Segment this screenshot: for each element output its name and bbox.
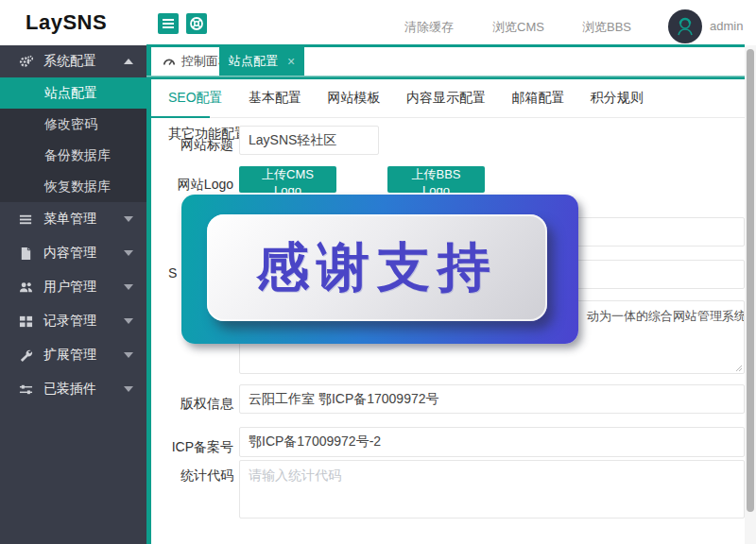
users-icon xyxy=(19,280,33,295)
sidebar-item-backup-db[interactable]: 备份数据库 xyxy=(0,140,146,171)
close-icon[interactable]: × xyxy=(287,54,295,69)
sidebar-item-label: 系统配置 xyxy=(43,53,96,70)
chevron-down-icon xyxy=(124,216,133,222)
config-subtabs: SEO配置 基本配置 网站模板 内容显示配置 邮箱配置 积分规则 其它功能配置 xyxy=(151,79,745,118)
chevron-down-icon xyxy=(124,352,133,358)
sidebar-groups: 菜单管理 内容管理 用户管理 记录管理 xyxy=(0,202,146,406)
sidebar-item-label: 扩展管理 xyxy=(43,347,96,364)
grid-icon xyxy=(19,314,33,329)
subtab-points-rules[interactable]: 积分规则 xyxy=(591,79,644,115)
chevron-down-icon xyxy=(124,318,133,324)
view-cms-link[interactable]: 浏览CMS xyxy=(492,19,544,36)
scrollbar-thumb[interactable] xyxy=(747,49,754,512)
sidebar-submenu-system-config: 站点配置 修改密码 备份数据库 恢复数据库 xyxy=(0,77,146,202)
sidebar: LaySNS 系统配置 站点配置 修改密码 备份数据库 恢复数据库 xyxy=(0,0,146,544)
stats-code-label: 统计代码 xyxy=(151,466,233,484)
hamburger-icon xyxy=(163,17,174,30)
list-icon xyxy=(19,212,33,227)
gear-icon xyxy=(19,55,33,69)
chevron-down-icon xyxy=(124,284,133,290)
subtab-site-template[interactable]: 网站模板 xyxy=(327,79,380,115)
resize-handle-icon[interactable] xyxy=(735,365,743,372)
top-header: 清除缓存 浏览CMS 浏览BBS admin xyxy=(146,0,756,44)
upload-bbs-logo-button[interactable]: 上传BBS Logo xyxy=(387,166,485,193)
sidebar-item-label: 菜单管理 xyxy=(43,211,96,228)
laysns-admin-app: LaySNS 系统配置 站点配置 修改密码 备份数据库 恢复数据库 xyxy=(0,0,756,544)
dashboard-icon xyxy=(163,55,176,68)
sidebar-item-user-manage[interactable]: 用户管理 xyxy=(0,270,146,304)
wrench-icon xyxy=(19,348,33,363)
sidebar-item-content-manage[interactable]: 内容管理 xyxy=(0,236,146,270)
site-title-label: 网站标题 xyxy=(151,130,233,159)
stats-code-textarea[interactable] xyxy=(239,460,745,518)
tab-site-config[interactable]: 站点配置 × xyxy=(219,47,304,76)
collapse-sidebar-button[interactable] xyxy=(158,13,179,34)
sidebar-item-installed-plugins[interactable]: 已装插件 xyxy=(0,372,146,406)
sidebar-item-label: 用户管理 xyxy=(43,279,96,296)
chevron-down-icon xyxy=(124,386,133,392)
sliders-icon xyxy=(19,382,33,397)
sidebar-item-label: 已装插件 xyxy=(43,381,96,398)
covered-label-fragment: S xyxy=(168,265,177,280)
avatar[interactable] xyxy=(668,9,702,43)
subtab-mail-config[interactable]: 邮箱配置 xyxy=(511,79,564,115)
main-content: SEO配置 基本配置 网站模板 内容显示配置 邮箱配置 积分规则 其它功能配置 … xyxy=(151,79,745,544)
life-ring-icon xyxy=(189,16,204,31)
chevron-up-icon xyxy=(124,59,133,64)
sidebar-item-change-password[interactable]: 修改密码 xyxy=(0,109,146,140)
sidebar-item-label: 记录管理 xyxy=(43,313,96,330)
subtab-content-display[interactable]: 内容显示配置 xyxy=(406,79,486,115)
description-visible-fragment: 动为一体的综合网站管理系统。 xyxy=(587,308,745,325)
refresh-button[interactable] xyxy=(186,13,207,34)
site-logo-label: 网站Logo xyxy=(151,171,233,197)
sidebar-item-label: 内容管理 xyxy=(43,245,96,262)
subtab-basic-config[interactable]: 基本配置 xyxy=(249,79,301,115)
copyright-label: 版权信息 xyxy=(151,389,233,418)
window-tab-bar: 控制面板 站点配置 × xyxy=(151,47,745,76)
site-title-input[interactable] xyxy=(239,126,379,155)
sidebar-item-system-config[interactable]: 系统配置 xyxy=(0,45,146,77)
view-bbs-link[interactable]: 浏览BBS xyxy=(582,19,631,36)
upload-cms-logo-button[interactable]: 上传CMS Logo xyxy=(239,166,336,193)
sidebar-item-extend-manage[interactable]: 扩展管理 xyxy=(0,338,146,372)
sidebar-item-menu-manage[interactable]: 菜单管理 xyxy=(0,202,146,236)
sidebar-item-site-config[interactable]: 站点配置 xyxy=(0,77,146,109)
chevron-down-icon xyxy=(124,250,133,256)
sidebar-item-restore-db[interactable]: 恢复数据库 xyxy=(0,171,146,202)
sidebar-item-record-manage[interactable]: 记录管理 xyxy=(0,304,146,338)
thanks-watermark-button: 感谢支持 xyxy=(207,214,547,321)
thanks-watermark-image: 感谢支持 xyxy=(181,195,578,344)
app-logo: LaySNS xyxy=(0,0,146,45)
icp-input[interactable] xyxy=(239,427,745,457)
copyright-input[interactable] xyxy=(239,384,745,414)
clear-cache-link[interactable]: 清除缓存 xyxy=(404,19,454,36)
icp-label: ICP备案号 xyxy=(151,432,233,462)
thanks-watermark-text: 感谢支持 xyxy=(256,232,498,304)
tab-label: 站点配置 xyxy=(229,53,278,70)
subtab-seo-config[interactable]: SEO配置 xyxy=(168,79,223,115)
user-avatar-icon xyxy=(673,14,697,39)
username-label[interactable]: admin xyxy=(710,19,743,33)
active-subtab-underline xyxy=(151,116,210,118)
document-icon xyxy=(19,246,33,261)
